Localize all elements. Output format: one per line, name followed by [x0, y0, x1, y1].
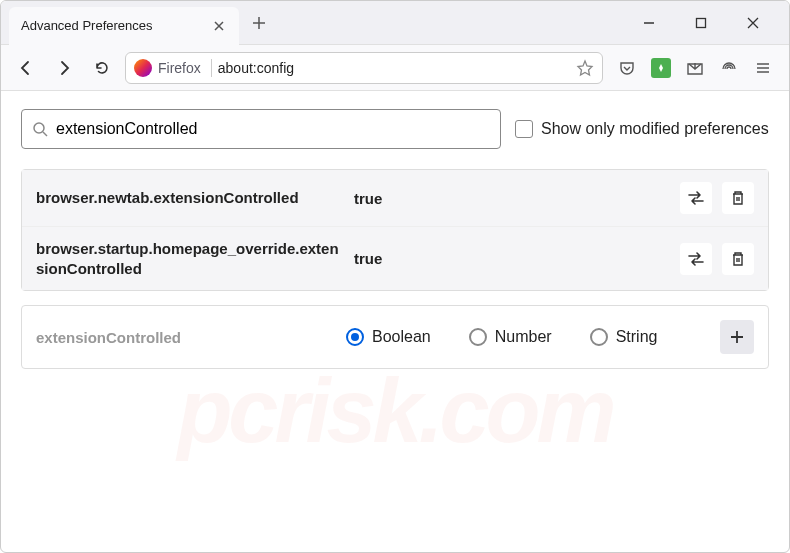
- pocket-icon[interactable]: [617, 58, 637, 78]
- preference-name: browser.newtab.extensionControlled: [36, 188, 346, 208]
- add-button[interactable]: [720, 320, 754, 354]
- preference-row: browser.startup.homepage_override.extens…: [22, 227, 768, 290]
- checkbox-text: Show only modified preferences: [541, 120, 769, 138]
- close-tab-icon[interactable]: [211, 18, 227, 34]
- shield-icon[interactable]: [719, 58, 739, 78]
- search-icon: [32, 121, 48, 137]
- reload-button[interactable]: [87, 53, 117, 83]
- svg-point-1: [34, 123, 44, 133]
- forward-button[interactable]: [49, 53, 79, 83]
- delete-button[interactable]: [722, 243, 754, 275]
- firefox-icon: [134, 59, 152, 77]
- close-window-button[interactable]: [737, 7, 769, 39]
- urlbar-separator: [211, 59, 212, 77]
- toggle-button[interactable]: [680, 243, 712, 275]
- radio-input[interactable]: [590, 328, 608, 346]
- toolbar-right: [611, 58, 779, 78]
- url-input[interactable]: [218, 60, 570, 76]
- preference-row: browser.newtab.extensionControlled true: [22, 170, 768, 227]
- preferences-list: browser.newtab.extensionControlled true …: [21, 169, 769, 291]
- radio-number[interactable]: Number: [469, 328, 552, 346]
- bookmark-star-icon[interactable]: [576, 59, 594, 77]
- inbox-icon[interactable]: [685, 58, 705, 78]
- maximize-button[interactable]: [685, 7, 717, 39]
- preference-actions: [680, 182, 754, 214]
- back-button[interactable]: [11, 53, 41, 83]
- radio-input[interactable]: [346, 328, 364, 346]
- add-preference-panel: extensionControlled Boolean Number Strin…: [21, 305, 769, 369]
- preference-value: true: [346, 250, 680, 267]
- search-row: Show only modified preferences: [21, 109, 769, 149]
- url-bar[interactable]: Firefox: [125, 52, 603, 84]
- radio-label: String: [616, 328, 658, 346]
- navbar: Firefox: [1, 45, 789, 91]
- minimize-button[interactable]: [633, 7, 665, 39]
- svg-rect-0: [697, 18, 706, 27]
- radio-label: Boolean: [372, 328, 431, 346]
- search-box[interactable]: [21, 109, 501, 149]
- preference-actions: [680, 243, 754, 275]
- menu-button[interactable]: [753, 58, 773, 78]
- toggle-button[interactable]: [680, 182, 712, 214]
- extension-icon[interactable]: [651, 58, 671, 78]
- urlbar-identity-label: Firefox: [158, 60, 205, 76]
- radio-input[interactable]: [469, 328, 487, 346]
- radio-string[interactable]: String: [590, 328, 658, 346]
- type-radio-group: Boolean Number String: [346, 328, 720, 346]
- delete-button[interactable]: [722, 182, 754, 214]
- preference-value: true: [346, 190, 680, 207]
- show-modified-checkbox[interactable]: [515, 120, 533, 138]
- window-controls: [633, 7, 781, 39]
- preference-name: browser.startup.homepage_override.extens…: [36, 239, 346, 278]
- titlebar: Advanced Preferences: [1, 1, 789, 45]
- radio-boolean[interactable]: Boolean: [346, 328, 431, 346]
- radio-label: Number: [495, 328, 552, 346]
- add-preference-row: extensionControlled Boolean Number Strin…: [22, 306, 768, 368]
- show-modified-checkbox-label[interactable]: Show only modified preferences: [515, 120, 769, 138]
- search-input[interactable]: [56, 120, 490, 138]
- new-tab-button[interactable]: [245, 9, 273, 37]
- add-preference-name: extensionControlled: [36, 329, 346, 346]
- tab-title: Advanced Preferences: [21, 18, 211, 33]
- content-area: Show only modified preferences browser.n…: [1, 91, 789, 387]
- browser-tab[interactable]: Advanced Preferences: [9, 7, 239, 45]
